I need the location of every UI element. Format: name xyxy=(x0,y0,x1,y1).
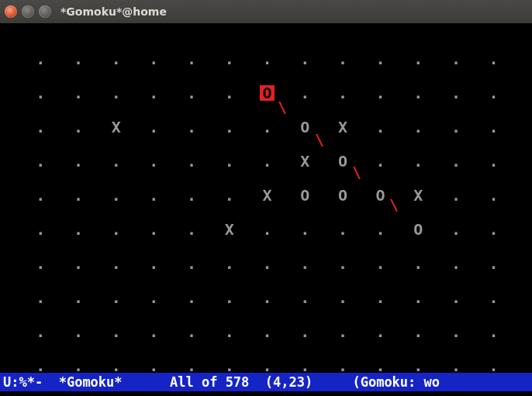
board-cell[interactable]: . xyxy=(22,144,60,178)
board-cell[interactable]: . xyxy=(361,349,399,373)
board-cell[interactable]: . xyxy=(22,212,60,246)
board-cell[interactable]: . xyxy=(135,110,173,144)
board-cell[interactable]: . xyxy=(248,281,286,315)
board-cell[interactable]: . xyxy=(324,42,362,76)
board-cell[interactable]: . xyxy=(60,281,98,315)
board-cell[interactable]: . xyxy=(475,178,513,212)
board-cell[interactable]: . xyxy=(135,212,173,246)
board-cell[interactable]: . xyxy=(173,246,211,281)
board-cell[interactable]: . xyxy=(248,212,286,246)
board-cell[interactable]: . xyxy=(475,144,513,178)
board-cell[interactable]: O xyxy=(399,212,437,246)
board-cell[interactable]: . xyxy=(135,76,173,110)
board-cell[interactable]: . xyxy=(135,42,173,76)
board-cell[interactable]: . xyxy=(210,246,248,281)
board-cell[interactable]: X xyxy=(248,178,286,212)
board-cell[interactable]: . xyxy=(60,212,98,246)
board-cell[interactable]: . xyxy=(97,281,135,315)
board-cell[interactable]: . xyxy=(399,144,437,178)
board-cell[interactable]: . xyxy=(361,76,399,110)
board-cell[interactable]: . xyxy=(475,281,513,315)
board-cell[interactable]: . xyxy=(361,110,399,144)
board-cell[interactable]: . xyxy=(475,110,513,144)
board-cell[interactable]: . xyxy=(173,144,211,178)
board-cell[interactable]: O xyxy=(286,178,324,212)
board-cell[interactable]: . xyxy=(361,246,399,281)
board-cell[interactable]: . xyxy=(135,246,173,281)
board-cell[interactable]: . xyxy=(173,42,211,76)
board-cell[interactable]: . xyxy=(399,349,437,373)
close-icon[interactable] xyxy=(5,5,17,18)
board-cell[interactable]: . xyxy=(437,144,475,178)
board-cell[interactable]: . xyxy=(437,110,475,144)
board-cell[interactable]: . xyxy=(173,281,211,315)
board-cell[interactable]: X xyxy=(210,212,248,246)
board-cell[interactable]: . xyxy=(399,42,437,76)
board-cell[interactable]: . xyxy=(210,110,248,144)
board-cell[interactable]: . xyxy=(60,76,98,110)
board-cell[interactable]: . xyxy=(361,281,399,315)
board-cell[interactable]: . xyxy=(324,212,362,246)
board-cell[interactable]: . xyxy=(248,246,286,281)
board-cell[interactable]: . xyxy=(135,281,173,315)
board-cell[interactable]: . xyxy=(60,110,98,144)
board-cell[interactable]: . xyxy=(22,315,60,349)
board-cell[interactable]: . xyxy=(248,349,286,373)
board-cell[interactable]: . xyxy=(22,246,60,281)
board-cell[interactable]: . xyxy=(437,178,475,212)
board-cell[interactable]: . xyxy=(97,212,135,246)
board-cell[interactable]: . xyxy=(173,212,211,246)
board-cell[interactable]: . xyxy=(286,315,324,349)
board-cell[interactable]: . xyxy=(173,349,211,373)
minimize-icon[interactable] xyxy=(22,5,34,18)
board-cell[interactable]: . xyxy=(22,178,60,212)
board-cell[interactable]: . xyxy=(210,349,248,373)
board-cell[interactable]: . xyxy=(60,349,98,373)
board-cell[interactable]: . xyxy=(173,315,211,349)
board-cell[interactable]: . xyxy=(324,349,362,373)
board-cell[interactable]: . xyxy=(437,76,475,110)
board-cell[interactable]: . xyxy=(97,42,135,76)
board-cell[interactable]: . xyxy=(475,76,513,110)
board-cell[interactable]: . xyxy=(210,178,248,212)
board-cell[interactable]: . xyxy=(22,349,60,373)
board-cell[interactable]: . xyxy=(22,42,60,76)
maximize-icon[interactable] xyxy=(39,5,51,18)
board-cell[interactable]: . xyxy=(210,281,248,315)
board-cell[interactable]: . xyxy=(361,42,399,76)
board-cell[interactable]: . xyxy=(437,281,475,315)
gomoku-board[interactable]: ...................O........X....OX.....… xyxy=(22,42,513,373)
board-cell[interactable]: X xyxy=(97,110,135,144)
board-cell[interactable]: . xyxy=(173,76,211,110)
board-cell[interactable]: X xyxy=(324,110,362,144)
board-cell[interactable]: . xyxy=(286,212,324,246)
board-cell[interactable]: . xyxy=(135,144,173,178)
board-cell[interactable]: . xyxy=(437,349,475,373)
board-cell[interactable]: . xyxy=(399,76,437,110)
board-cell[interactable]: . xyxy=(97,76,135,110)
board-cell[interactable]: . xyxy=(135,178,173,212)
board-cell[interactable]: . xyxy=(210,144,248,178)
board-cell[interactable]: . xyxy=(437,315,475,349)
board-cell[interactable]: . xyxy=(437,42,475,76)
board-cell[interactable]: . xyxy=(135,315,173,349)
board-cell[interactable]: X xyxy=(399,178,437,212)
board-cell[interactable]: . xyxy=(324,281,362,315)
board-cell[interactable]: . xyxy=(286,76,324,110)
board-cell[interactable]: . xyxy=(475,42,513,76)
board-cell[interactable]: . xyxy=(361,212,399,246)
board-cell[interactable]: . xyxy=(324,76,362,110)
editor-content[interactable]: ...................O........X....OX.....… xyxy=(0,23,532,373)
board-cell[interactable]: . xyxy=(97,246,135,281)
board-cell[interactable]: . xyxy=(475,212,513,246)
board-cell[interactable]: . xyxy=(97,315,135,349)
board-cell[interactable]: . xyxy=(210,76,248,110)
board-cell[interactable]: . xyxy=(60,178,98,212)
board-cell[interactable]: . xyxy=(97,178,135,212)
board-cell[interactable]: . xyxy=(324,315,362,349)
board-cell[interactable]: . xyxy=(399,281,437,315)
board-cell[interactable]: . xyxy=(324,246,362,281)
board-cell[interactable]: . xyxy=(135,349,173,373)
board-cell[interactable]: . xyxy=(286,246,324,281)
board-cell[interactable]: . xyxy=(22,281,60,315)
